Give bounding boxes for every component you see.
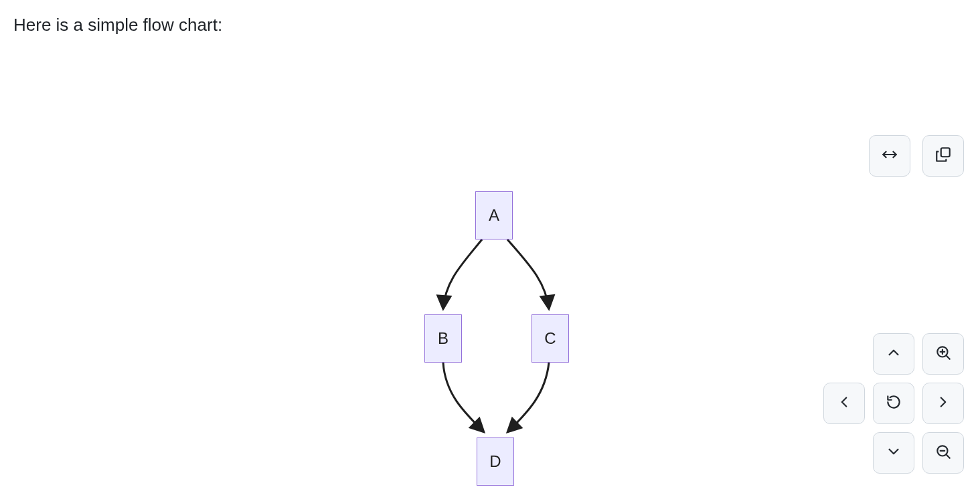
chevron-down-icon: [885, 443, 902, 463]
zoom-in-icon: [934, 344, 952, 364]
edge-a-b: [443, 239, 482, 309]
pan-right-button[interactable]: [922, 383, 964, 424]
svg-line-7: [946, 454, 949, 458]
pan-left-button[interactable]: [823, 383, 865, 424]
fit-width-button[interactable]: [869, 135, 910, 177]
chevron-up-icon: [885, 344, 902, 364]
svg-rect-1: [941, 148, 950, 157]
copy-button[interactable]: [922, 135, 964, 177]
zoom-out-icon: [934, 443, 952, 463]
zoom-in-button[interactable]: [922, 333, 964, 375]
edge-b-d: [443, 363, 484, 432]
edge-c-d: [507, 363, 549, 432]
chevron-right-icon: [934, 393, 952, 413]
chevron-left-icon: [835, 393, 853, 413]
reset-button[interactable]: [873, 383, 914, 424]
copy-icon: [934, 146, 952, 166]
fit-width-icon: [881, 146, 898, 166]
toolbar-top: [869, 135, 964, 177]
svg-line-3: [946, 355, 949, 359]
page-heading: Here is a simple flow chart:: [13, 15, 222, 35]
node-c[interactable]: C: [532, 314, 569, 363]
edge-a-c: [507, 239, 549, 309]
reset-icon: [885, 393, 902, 413]
node-d[interactable]: D: [477, 437, 514, 486]
node-b[interactable]: B: [424, 314, 462, 363]
pan-up-button[interactable]: [873, 333, 914, 375]
node-a[interactable]: A: [475, 191, 513, 239]
pan-down-button[interactable]: [873, 432, 914, 474]
diagram-canvas[interactable]: A B C D: [0, 60, 980, 487]
toolbar-bottom: [823, 333, 964, 474]
zoom-out-button[interactable]: [922, 432, 964, 474]
